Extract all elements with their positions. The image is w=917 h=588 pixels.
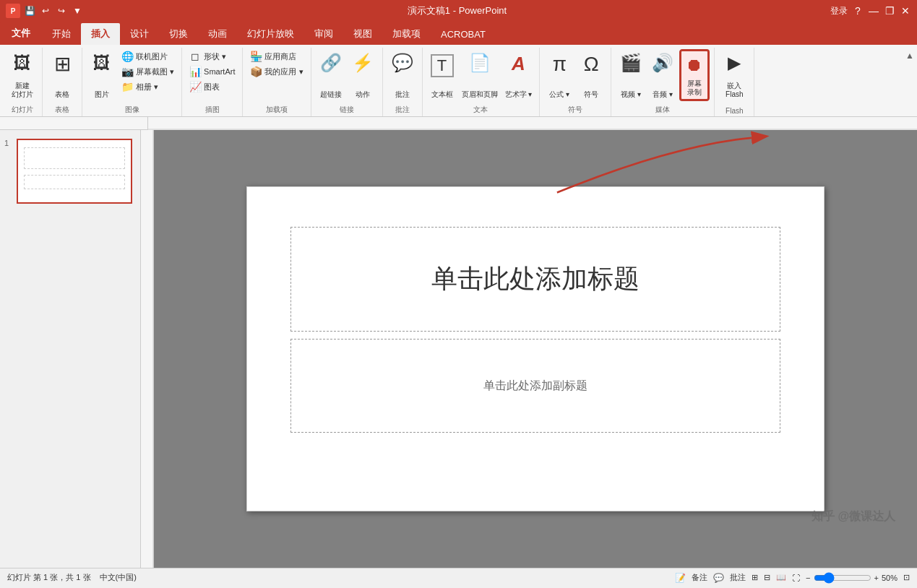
embed-flash-btn[interactable]: ▶ 嵌入Flash [719,49,749,101]
collapse-ribbon-btn[interactable]: ▲ [905,51,914,61]
view-slidesorter-icon[interactable]: ⊟ [764,573,770,582]
symbol-btn[interactable]: Ω 符号 [576,49,606,101]
album-btn[interactable]: 📁 相册 ▾ [119,79,161,94]
illustrations-group-label: 插图 [186,103,238,116]
equation-btn[interactable]: π 公式 ▾ [544,49,574,101]
text-group-label: 文本 [427,103,535,116]
quick-undo-btn[interactable]: ↩ [39,4,52,17]
help-btn[interactable]: ? [852,5,864,17]
slide-title-box[interactable]: 单击此处添加标题 [290,227,780,332]
svg-rect-0 [148,117,917,130]
slides-group-label: 幻灯片 [7,103,38,116]
screen-record-btn[interactable]: ⏺ 屏幕录制 [679,49,710,101]
tab-design[interactable]: 设计 [120,23,159,45]
links-group-label: 链接 [316,103,378,116]
view-normal-icon[interactable]: ⊞ [752,573,758,582]
group-media: 🎬 视频 ▾ 🔊 音频 ▾ ⏺ 屏幕录制 媒体 [611,48,715,116]
status-bar: 幻灯片 第 1 张，共 1 张 中文(中国) 📝 备注 💬 批注 ⊞ ⊟ 📖 ⛶… [0,568,917,587]
group-symbols: π 公式 ▾ Ω 符号 符号 [540,48,611,116]
tab-file[interactable]: 文件 [0,22,42,45]
language-info: 中文(中国) [100,572,137,583]
smartart-btn[interactable]: 📊 SmartArt [186,64,238,79]
tab-animations[interactable]: 动画 [198,23,237,45]
tab-acrobat[interactable]: ACROBAT [431,23,496,45]
picture-label: 图片 [95,90,109,99]
slide-canvas[interactable]: 单击此处添加标题 单击此处添加副标题 [246,186,825,511]
hyperlink-label: 超链接 [320,90,342,99]
tab-home[interactable]: 开始 [42,23,81,45]
picture-icon: 🖼 [93,54,111,72]
zoom-out-btn[interactable]: − [806,574,810,582]
textbox-btn[interactable]: T 文本框 [427,49,457,101]
screenshot-icon: 📷 [121,66,133,77]
tab-transitions[interactable]: 切换 [159,23,198,45]
minimize-btn[interactable]: — [868,5,879,17]
view-reading-icon[interactable]: 📖 [776,573,786,582]
smartart-label: SmartArt [204,67,235,76]
video-icon: 🎬 [620,54,642,72]
album-icon: 📁 [121,81,133,92]
zoom-in-btn[interactable]: + [874,574,879,582]
flash-group-label: Flash [719,105,749,116]
audio-label: 音频 ▾ [653,90,673,99]
shapes-btn[interactable]: ◻ 形状 ▾ [186,49,229,64]
tab-slideshow[interactable]: 幻灯片放映 [237,23,304,45]
new-slide-btn[interactable]: 🖼 新建幻灯片 [7,49,38,101]
equation-icon: π [553,54,567,74]
picture-btn[interactable]: 🖼 图片 [87,49,117,101]
symbol-icon: Ω [584,54,599,74]
audio-btn[interactable]: 🔊 音频 ▾ [647,49,678,101]
table-btn[interactable]: ⊞ 表格 [47,49,77,101]
screenshot-btn[interactable]: 📷 屏幕截图 ▾ [119,64,177,79]
notes-label[interactable]: 备注 [692,572,707,583]
group-tables: ⊞ 表格 表格 [43,48,82,116]
fit-window-btn[interactable]: ⊡ [903,573,910,582]
view-present-icon[interactable]: ⛶ [792,574,800,582]
login-btn[interactable]: 登录 [830,5,848,17]
action-label: 动作 [356,90,370,99]
ruler-vertical [141,130,154,568]
tab-review[interactable]: 审阅 [304,23,343,45]
store-btn[interactable]: 🏪 应用商店 [247,49,299,64]
notes-icon[interactable]: 📝 [675,573,686,583]
symbols-items: π 公式 ▾ Ω 符号 [544,49,606,103]
slide-subtitle-box[interactable]: 单击此处添加副标题 [290,339,780,433]
online-picture-btn[interactable]: 🌐 联机图片 [119,49,171,64]
quick-more-btn[interactable]: ▼ [71,4,84,17]
group-illustrations: ◻ 形状 ▾ 📊 SmartArt 📈 图表 插图 [182,48,243,116]
tab-view[interactable]: 视图 [343,23,382,45]
screen-record-icon: ⏺ [686,56,703,74]
tab-insert[interactable]: 插入 [81,23,120,45]
svg-rect-2 [141,130,154,568]
comment-btn[interactable]: 💬 批注 [387,49,418,101]
chart-btn[interactable]: 📈 图表 [186,79,223,94]
album-label: 相册 ▾ [136,82,158,92]
slide-subtitle-text[interactable]: 单击此处添加副标题 [483,379,587,394]
header-footer-btn[interactable]: 📄 页眉和页脚 [459,49,501,101]
restore-btn[interactable]: ❐ [884,5,895,17]
wordart-label: 艺术字 ▾ [505,90,533,99]
slide-title-text[interactable]: 单击此处添加标题 [431,261,640,297]
zoom-slider[interactable] [814,572,871,584]
video-btn[interactable]: 🎬 视频 ▾ [616,49,646,101]
close-btn[interactable]: ✕ [900,5,911,17]
comments-icon[interactable]: 💬 [713,573,724,583]
comments-label[interactable]: 批注 [730,572,746,583]
action-btn[interactable]: ⚡ 动作 [348,49,378,101]
watermark: 知乎 @微课达人 [811,509,895,524]
slide-thumbnail[interactable] [17,139,132,204]
my-apps-btn[interactable]: 📦 我的应用 ▾ [247,64,306,79]
hyperlink-btn[interactable]: 🔗 超链接 [316,49,346,101]
group-addins: 🏪 应用商店 📦 我的应用 ▾ 加载项 [243,48,311,116]
tab-addins[interactable]: 加载项 [382,23,431,45]
slide-info: 幻灯片 第 1 张，共 1 张 [7,572,91,583]
wordart-btn[interactable]: A 艺术字 ▾ [502,49,535,101]
flash-items: ▶ 嵌入Flash [719,49,749,105]
group-slides: 🖼 新建幻灯片 幻灯片 [3,48,43,116]
media-group-label: 媒体 [616,103,710,116]
comments-group-label: 批注 [387,103,418,116]
quick-redo-btn[interactable]: ↪ [55,4,68,17]
text-items: T 文本框 📄 页眉和页脚 A 艺术字 ▾ [427,49,535,103]
my-apps-icon: 📦 [250,66,262,77]
quick-save-btn[interactable]: 💾 [23,4,36,17]
